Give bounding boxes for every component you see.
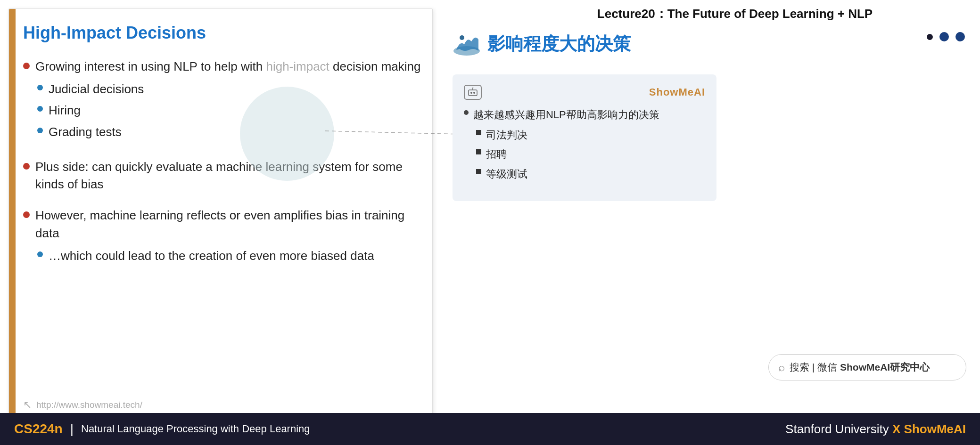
footer-left: CS224n | Natural Language Processing wit… xyxy=(14,421,310,437)
bullet-item-1: Growing interest in using NLP to help wi… xyxy=(23,58,423,145)
ai-icon xyxy=(464,85,482,100)
red-dot-3 xyxy=(23,211,30,218)
slide-footer: ↖ http://www.showmeai.tech/ xyxy=(23,399,142,411)
footer-brand-suffix: X ShowMeAI xyxy=(892,422,966,436)
blue-dot-4 xyxy=(37,251,43,257)
footer-divider: | xyxy=(70,421,74,437)
cursor-icon: ↖ xyxy=(23,399,32,411)
footer-university: Stanford University xyxy=(785,422,889,436)
footer-right: Stanford University X ShowMeAI xyxy=(785,422,966,437)
svg-point-2 xyxy=(460,35,464,40)
bullet-item-3: However, machine learning reflects or ev… xyxy=(23,207,423,268)
cn-sub-grading: 等级测试 xyxy=(476,166,659,182)
red-dot-1 xyxy=(23,63,30,69)
ai-icon-row: ShowMeAI xyxy=(464,85,705,100)
red-dot-2 xyxy=(23,163,30,170)
cn-bullet-text-1: 越来越感兴趣用NLP帮助高影响力的决策 司法判决 招聘 等级测试 xyxy=(473,106,659,185)
footer-url: http://www.showmeai.tech/ xyxy=(36,400,142,410)
sub-item-grading: Grading tests xyxy=(37,123,421,141)
search-text: 搜索 | 微信 ShowMeAI研究中心 xyxy=(790,361,930,374)
cn-square-2 xyxy=(476,149,481,154)
slide-accent-bar xyxy=(9,9,16,418)
chinese-title-section: 影响程度大的决策 xyxy=(453,31,631,57)
bullet-text-3: However, machine learning reflects or ev… xyxy=(35,207,423,268)
footer-desc: Natural Language Processing with Deep Le… xyxy=(81,423,310,435)
showmeai-brand: ShowMeAI xyxy=(649,86,705,98)
sub-list-1: Judicial decisions Hiring Grading tests xyxy=(37,81,421,141)
bullet-item-2: Plus side: can quickly evaluate a machin… xyxy=(23,158,423,194)
cn-square-1 xyxy=(476,130,481,135)
slide-title: High-Impact Decisions xyxy=(23,23,423,43)
main-bullet-list: Growing interest in using NLP to help wi… xyxy=(23,58,423,268)
blue-dot-2 xyxy=(37,106,43,112)
sub-item-biased: …which could lead to the creation of eve… xyxy=(37,247,423,265)
footer-bar: CS224n | Natural Language Processing wit… xyxy=(0,413,980,445)
blue-dot-1 xyxy=(37,85,43,90)
wave-icon xyxy=(453,31,481,57)
cn-sub-list: 司法判决 招聘 等级测试 xyxy=(476,127,659,182)
search-bar[interactable]: ⌕ 搜索 | 微信 ShowMeAI研究中心 xyxy=(768,354,966,380)
sub-item-judicial: Judicial decisions xyxy=(37,81,421,98)
footer-course: CS224n xyxy=(14,421,63,437)
right-panel: 影响程度大的决策 ShowMeAI 越来越感兴趣用NLP帮助高影响力的决策 xyxy=(453,8,971,418)
cn-bullet-item-1: 越来越感兴趣用NLP帮助高影响力的决策 司法判决 招聘 等级测试 xyxy=(464,106,705,185)
svg-point-4 xyxy=(470,92,472,94)
svg-point-5 xyxy=(473,92,475,94)
cn-square-3 xyxy=(476,169,481,174)
svg-rect-3 xyxy=(469,90,477,96)
blue-dot-3 xyxy=(37,128,43,133)
chinese-title-text: 影响程度大的决策 xyxy=(487,32,631,56)
cn-dot-1 xyxy=(464,110,469,115)
slide-panel: High-Impact Decisions Growing interest i… xyxy=(8,8,433,418)
robot-icon xyxy=(467,88,478,97)
translation-box: ShowMeAI 越来越感兴趣用NLP帮助高影响力的决策 司法判决 招聘 xyxy=(453,74,716,201)
svg-point-7 xyxy=(472,88,474,89)
bullet-text-1: Growing interest in using NLP to help wi… xyxy=(35,58,421,145)
cn-sub-hiring: 招聘 xyxy=(476,146,659,162)
search-icon: ⌕ xyxy=(778,361,785,374)
cn-sub-judicial: 司法判决 xyxy=(476,127,659,143)
slide-content: High-Impact Decisions Growing interest i… xyxy=(23,23,423,389)
sub-list-3: …which could lead to the creation of eve… xyxy=(37,247,423,265)
cn-bullet-list: 越来越感兴趣用NLP帮助高影响力的决策 司法判决 招聘 等级测试 xyxy=(464,106,705,185)
sub-item-hiring: Hiring xyxy=(37,102,421,120)
